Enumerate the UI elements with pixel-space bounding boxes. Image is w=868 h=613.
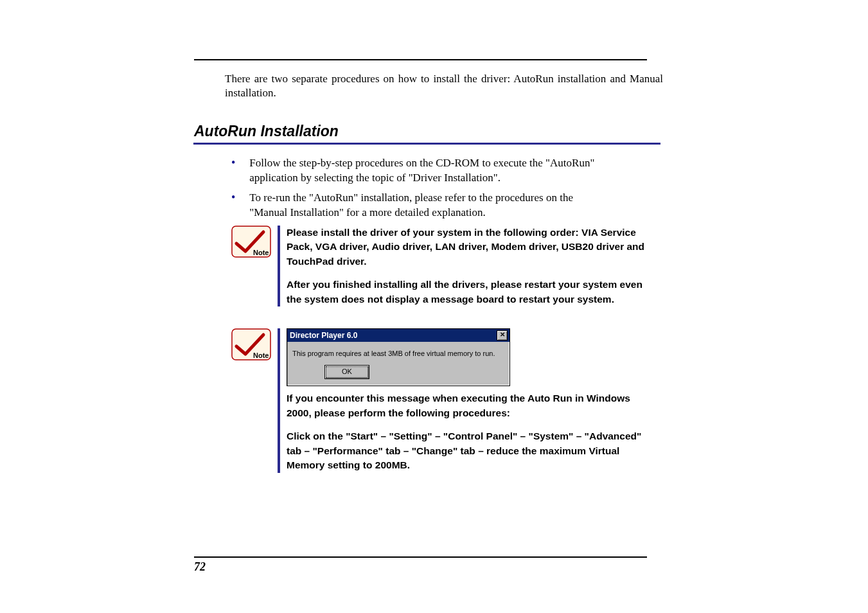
page-number: 72: [194, 560, 647, 574]
bullet-icon: •: [231, 191, 235, 220]
page-content: There are two separate procedures on how…: [194, 0, 856, 473]
note-paragraph: Please install the driver of your system…: [287, 226, 653, 269]
bottom-rule: [194, 556, 647, 558]
note-content: Director Player 6.0 ✕ This program requi…: [278, 328, 653, 472]
dialog-message: This program requires at least 3MB of fr…: [292, 350, 504, 357]
section-title: AutoRun Installation: [194, 123, 856, 140]
dialog-body: This program requires at least 3MB of fr…: [287, 342, 509, 386]
note-icon: Note: [231, 226, 274, 259]
note-paragraph: After you finished installing all the dr…: [287, 278, 653, 306]
ok-button[interactable]: OK: [324, 365, 369, 379]
bullet-list: • Follow the step-by-step procedures on …: [231, 156, 856, 220]
dialog-box: Director Player 6.0 ✕ This program requi…: [287, 328, 510, 386]
list-item: • Follow the step-by-step procedures on …: [231, 156, 856, 186]
close-icon[interactable]: ✕: [497, 330, 508, 341]
svg-text:Note: Note: [253, 351, 269, 359]
bullet-text: Follow the step-by-step procedures on th…: [249, 156, 609, 186]
dialog-title: Director Player 6.0: [290, 331, 357, 340]
note-content: Please install the driver of your system…: [278, 226, 653, 306]
top-rule: [194, 59, 647, 60]
intro-paragraph: There are two separate procedures on how…: [225, 72, 663, 100]
note-paragraph: Click on the "Start" – "Setting" – "Cont…: [287, 429, 653, 472]
note-block-1: Note Please install the driver of your s…: [231, 226, 856, 306]
svg-text:Note: Note: [253, 249, 269, 256]
dialog-titlebar: Director Player 6.0 ✕: [287, 329, 509, 342]
bullet-icon: •: [231, 156, 235, 186]
footer: 72: [194, 556, 647, 574]
note-icon: Note: [231, 328, 274, 362]
section-underline: [193, 143, 660, 145]
note-block-2: Note Director Player 6.0 ✕ This program …: [231, 328, 856, 472]
list-item: • To re-run the "AutoRun" installation, …: [231, 191, 856, 220]
note-paragraph: If you encounter this message when execu…: [287, 391, 653, 420]
bullet-text: To re-run the "AutoRun" installation, pl…: [249, 191, 609, 220]
